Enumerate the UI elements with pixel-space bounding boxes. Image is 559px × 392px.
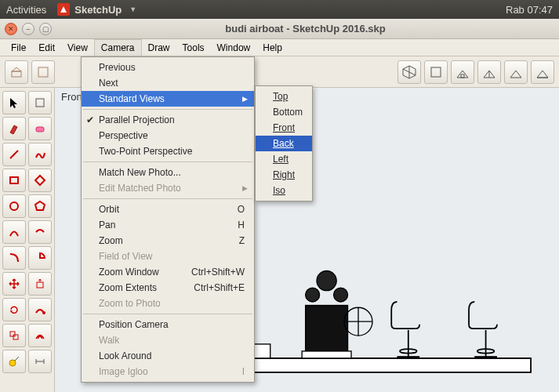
- arc-tool[interactable]: [2, 220, 26, 244]
- menu-file[interactable]: File: [5, 40, 32, 56]
- camera-look-around[interactable]: Look Around: [82, 348, 254, 364]
- followme-tool[interactable]: [28, 298, 52, 321]
- menu-draw[interactable]: Draw: [142, 40, 176, 56]
- camera-walk: Walk: [82, 332, 254, 348]
- freehand-tool[interactable]: [28, 143, 52, 166]
- menu-view[interactable]: View: [61, 40, 94, 56]
- svg-point-38: [317, 270, 336, 290]
- camera-two-point[interactable]: Two-Point Perspective: [82, 143, 254, 159]
- camera-zoom-extents[interactable]: Zoom ExtentsCtrl+Shift+E: [82, 280, 254, 296]
- svg-point-21: [10, 202, 18, 210]
- svg-rect-19: [10, 177, 18, 183]
- svg-rect-16: [36, 99, 44, 107]
- camera-perspective[interactable]: Perspective: [82, 128, 254, 143]
- camera-edit-matched-photo: Edit Matched Photo▶: [82, 180, 254, 196]
- camera-zoom-photo: Zoom to Photo: [82, 296, 254, 311]
- svg-rect-35: [306, 306, 348, 351]
- line-tool[interactable]: [2, 143, 26, 166]
- right-view-button[interactable]: [477, 60, 501, 84]
- eraser-tool[interactable]: [28, 117, 52, 140]
- view-right[interactable]: Right: [256, 167, 312, 183]
- menu-separator: [83, 198, 252, 199]
- camera-zoom-window[interactable]: Zoom WindowCtrl+Shift+W: [82, 264, 254, 280]
- paint-tool[interactable]: [2, 117, 26, 140]
- front-view-button[interactable]: [451, 60, 474, 84]
- view-iso[interactable]: Iso: [256, 183, 312, 198]
- circle-tool[interactable]: [2, 194, 26, 218]
- polygon-tool[interactable]: [28, 194, 52, 218]
- svg-marker-15: [10, 98, 17, 108]
- tool-palette: [0, 88, 55, 392]
- rotate-tool[interactable]: [2, 298, 26, 321]
- svg-marker-0: [60, 6, 67, 13]
- window-title: budi airboat - SketchUp 2016.skp: [56, 23, 554, 34]
- arc2-tool[interactable]: [28, 220, 52, 244]
- menu-camera[interactable]: Camera: [94, 39, 142, 56]
- svg-rect-42: [302, 351, 351, 358]
- svg-rect-1: [12, 71, 21, 77]
- camera-zoom[interactable]: ZoomZ: [82, 233, 254, 249]
- camera-orbit[interactable]: OrbitO: [82, 201, 254, 217]
- svg-rect-3: [38, 67, 48, 77]
- top-view-button[interactable]: [424, 60, 448, 84]
- standard-views-submenu: Top Bottom Front Back Left Right Iso: [255, 85, 313, 201]
- view-front[interactable]: Front: [256, 120, 312, 136]
- svg-marker-22: [35, 201, 45, 210]
- activities-button[interactable]: Activities: [6, 4, 46, 16]
- camera-parallel[interactable]: ✔Parallel Projection: [82, 112, 254, 128]
- svg-rect-7: [431, 67, 441, 77]
- rotated-rect-tool[interactable]: [28, 169, 52, 192]
- svg-line-18: [10, 151, 18, 158]
- svg-marker-12: [510, 71, 521, 78]
- check-icon: ✔: [86, 114, 94, 125]
- app-menu[interactable]: SketchUp ▼: [57, 3, 136, 16]
- make-component-tool[interactable]: [28, 91, 52, 114]
- menu-help[interactable]: Help: [256, 40, 289, 56]
- select-tool[interactable]: [2, 91, 26, 114]
- offset-tool[interactable]: [28, 324, 52, 347]
- camera-next[interactable]: Next: [82, 75, 254, 91]
- chevron-right-icon: ▶: [242, 184, 248, 192]
- window-close-button[interactable]: ✕: [5, 23, 17, 35]
- dimension-tool[interactable]: [28, 350, 52, 373]
- view-back[interactable]: Back: [256, 136, 312, 151]
- menu-edit[interactable]: Edit: [32, 40, 61, 56]
- left-view-button[interactable]: [531, 60, 554, 84]
- pie-tool[interactable]: [28, 246, 52, 270]
- move-tool[interactable]: [2, 272, 26, 296]
- svg-point-37: [334, 288, 348, 302]
- tape-tool[interactable]: [2, 350, 26, 373]
- svg-point-28: [9, 360, 16, 366]
- svg-rect-17: [36, 127, 44, 132]
- scale-tool[interactable]: [2, 324, 26, 347]
- camera-previous[interactable]: Previous: [82, 60, 254, 75]
- arc3-tool[interactable]: [2, 246, 26, 270]
- svg-point-36: [306, 288, 320, 302]
- rectangle-tool[interactable]: [2, 169, 26, 192]
- toolbar-btn-2[interactable]: [31, 60, 55, 84]
- back-view-button[interactable]: [504, 60, 528, 84]
- camera-standard-views[interactable]: Standard Views▶: [82, 91, 254, 107]
- camera-pan[interactable]: PanH: [82, 217, 254, 233]
- view-top[interactable]: Top: [256, 89, 312, 104]
- iso-view-button[interactable]: [397, 60, 421, 84]
- clock[interactable]: Rab 07:47: [506, 4, 553, 16]
- menu-tools[interactable]: Tools: [176, 40, 211, 56]
- svg-marker-2: [12, 67, 21, 71]
- view-bottom[interactable]: Bottom: [256, 104, 312, 120]
- window-titlebar: ✕ – ▢ budi airboat - SketchUp 2016.skp: [0, 19, 559, 39]
- camera-match-new-photo[interactable]: Match New Photo...: [82, 165, 254, 180]
- window-maximize-button[interactable]: ▢: [39, 23, 52, 35]
- system-top-panel: Activities SketchUp ▼ Rab 07:47: [0, 0, 559, 19]
- menu-separator: [83, 109, 252, 110]
- window-minimize-button[interactable]: –: [22, 23, 34, 35]
- svg-rect-23: [37, 282, 43, 288]
- toolbar-btn-1[interactable]: [5, 60, 28, 84]
- camera-position[interactable]: Position Camera: [82, 317, 254, 332]
- menu-window[interactable]: Window: [211, 40, 257, 56]
- svg-marker-20: [35, 176, 45, 185]
- view-left[interactable]: Left: [256, 151, 312, 167]
- svg-line-29: [15, 357, 19, 361]
- camera-menu: Previous Next Standard Views▶ ✔Parallel …: [81, 56, 255, 383]
- pushpull-tool[interactable]: [28, 272, 52, 296]
